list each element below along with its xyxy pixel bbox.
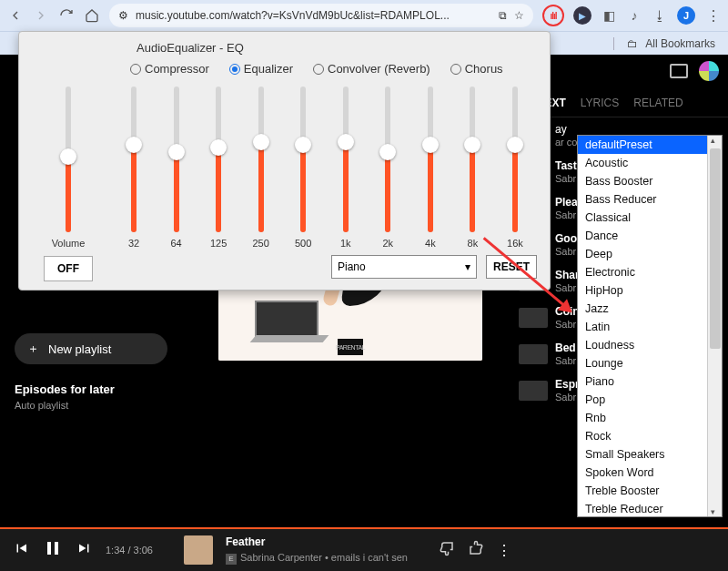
preset-option[interactable]: Loudness [578,336,707,354]
star-icon[interactable]: ☆ [514,9,524,22]
playback-time: 1:34 / 3:06 [106,545,153,556]
band-slider-64[interactable] [174,87,179,232]
radio-icon [450,64,461,75]
preset-option[interactable]: Jazz [578,300,707,318]
band-label: 125 [210,238,227,249]
preset-option[interactable]: Classical [578,209,707,227]
preset-option[interactable]: Dance [578,227,707,245]
band-slider-32[interactable] [131,87,136,232]
band-label: 500 [295,238,311,249]
omnibox[interactable]: ⚙ music.youtube.com/watch?v=KsVnVdM9bUc&… [109,4,533,27]
download-icon[interactable]: ⭳ [652,7,668,24]
eq-title: AudioEqualizer - EQ [136,41,244,55]
forward-icon[interactable] [33,7,49,24]
preset-option[interactable]: Acoustic [578,154,707,172]
dropdown-scrollbar[interactable] [707,136,722,516]
preset-option[interactable]: Rock [578,427,707,445]
more-actions-icon[interactable]: ⋮ [497,542,510,559]
preset-option[interactable]: Electronic [578,263,707,281]
prev-track-icon[interactable] [13,540,29,560]
queue-thumbnail [519,344,548,364]
band-slider-500[interactable] [300,87,306,232]
tab-related[interactable]: RELATED [633,97,682,109]
band-label: 250 [252,238,268,249]
sidebar-item-episodes[interactable]: Episodes for later Auto playlist [15,382,167,413]
mode-compressor[interactable]: Compressor [130,62,209,76]
chevron-down-icon: ▾ [465,260,470,273]
preset-option[interactable]: Bass Reducer [578,190,707,209]
browser-toolbar: ⚙ music.youtube.com/watch?v=KsVnVdM9bUc&… [0,0,728,31]
band-slider-1k[interactable] [343,87,349,232]
preset-option[interactable]: Piano [578,372,707,391]
home-icon[interactable] [84,7,100,24]
preset-option[interactable]: Pop [578,391,707,409]
cast-icon[interactable] [670,64,688,78]
kebab-menu-icon[interactable]: ⋮ [704,7,721,24]
band-slider-4k[interactable] [428,87,433,232]
preset-option[interactable]: Small Speakers [578,445,707,464]
parental-advisory-badge: PARENTAL [338,339,363,355]
band-slider-16k[interactable] [512,87,518,232]
band-slider-8k[interactable] [470,87,475,232]
site-settings-icon[interactable]: ⚙ [118,9,128,22]
radio-icon [229,64,240,75]
thumbs-up-icon[interactable] [468,540,484,560]
new-playlist-button[interactable]: ＋ New playlist [15,333,167,364]
media-control-icon[interactable]: ♪ [626,7,642,24]
radio-icon [313,64,324,75]
folder-icon: 🗀 [627,37,638,50]
band-label: 32 [128,238,139,249]
volume-slider[interactable] [66,87,71,232]
yt-avatar[interactable] [699,61,719,81]
radio-icon [130,64,141,75]
band-slider-2k[interactable] [385,87,390,232]
band-label: 8k [468,238,479,249]
queue-thumbnail [519,381,548,401]
preset-option[interactable]: Spoken Word [578,464,707,482]
volume-label: Volume [52,238,86,249]
thumbs-down-icon[interactable] [439,540,455,560]
back-icon[interactable] [7,7,24,24]
preset-select[interactable]: Piano ▾ [331,255,477,279]
now-playing-meta[interactable]: Feather ESabrina Carpenter • emails i ca… [226,535,408,565]
band-label: 2k [382,238,393,249]
preset-option[interactable]: HipHop [578,281,707,300]
mode-chorus[interactable]: Chorus [450,62,503,76]
band-label: 64 [170,238,181,249]
player-bar: 1:34 / 3:06 Feather ESabrina Carpenter •… [0,527,728,571]
mode-equalizer[interactable]: Equalizer [229,62,293,76]
preset-option[interactable]: Lounge [578,354,707,372]
profile-avatar[interactable]: J [677,6,695,25]
preset-option[interactable]: Treble Booster [578,482,707,500]
reload-icon[interactable] [58,7,75,24]
band-slider-125[interactable] [216,87,221,232]
reset-button[interactable]: RESET [486,255,537,279]
preset-option[interactable]: Latin [578,318,707,336]
explicit-badge: E [226,554,237,565]
next-track-icon[interactable] [76,540,93,560]
mode-convolver-reverb-[interactable]: Convolver (Reverb) [313,62,430,76]
band-label: 1k [340,238,351,249]
install-app-icon[interactable]: ⧉ [499,9,507,22]
extension-icon[interactable]: ▶ [573,6,592,25]
queue-thumbnail [519,308,548,328]
plus-icon: ＋ [27,341,39,357]
pause-icon[interactable] [42,537,64,563]
preset-dropdown: defaultPresetAcousticBass BoosterBass Re… [577,135,723,517]
band-label: 16k [507,238,523,249]
url-text: music.youtube.com/watch?v=KsVnVdM9bUc&li… [136,9,450,22]
tab-lyrics[interactable]: LYRICS [581,97,619,109]
all-bookmarks-link[interactable]: All Bookmarks [645,37,715,50]
audio-equalizer-extension-icon[interactable]: ılıl [542,5,564,26]
preset-option[interactable]: Treble Reducer [578,500,707,516]
preset-option[interactable]: Bass Booster [578,172,707,190]
preset-option[interactable]: defaultPreset [578,136,707,154]
equalizer-popup: AudioEqualizer - EQ CompressorEqualizerC… [18,31,551,291]
band-slider-250[interactable] [258,87,264,232]
now-playing-thumbnail[interactable] [184,535,213,565]
extensions-puzzle-icon[interactable]: ◧ [601,7,617,24]
preset-option[interactable]: Rnb [578,409,707,427]
band-label: 4k [425,238,436,249]
preset-option[interactable]: Deep [578,245,707,263]
